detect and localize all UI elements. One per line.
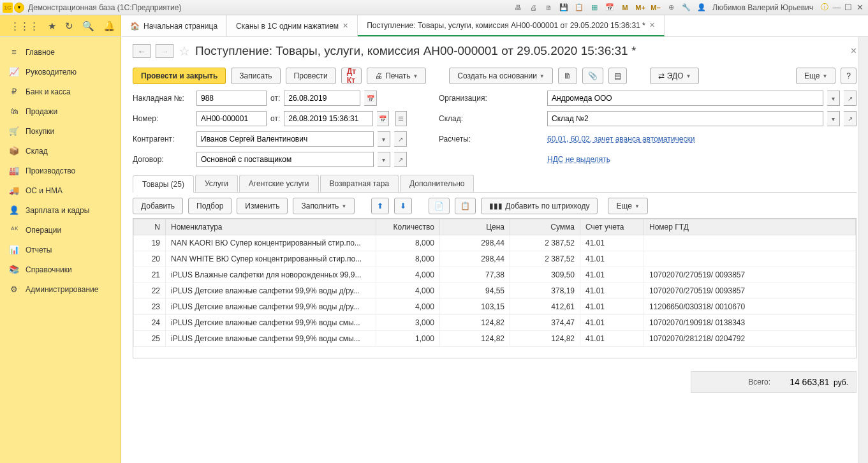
sidebar-item[interactable]: 📈Руководителю xyxy=(0,62,121,82)
table-row[interactable]: 21 iPLUS Влажные салфетки для новорожден… xyxy=(134,267,856,283)
subtab-additional[interactable]: Дополнительно xyxy=(400,175,474,192)
dropdown-icon[interactable]: ▾ xyxy=(378,152,390,167)
print-button[interactable]: 🖨 Печать ▼ xyxy=(367,68,426,84)
edit-button[interactable]: Изменить xyxy=(237,198,288,214)
vertical-scrollbar[interactable] xyxy=(858,37,868,463)
number-date-input[interactable] xyxy=(284,111,373,126)
m-plus-icon[interactable]: M+ xyxy=(635,2,646,13)
move-down-button[interactable]: ⬇ xyxy=(394,198,412,214)
apps-icon[interactable]: ⋮⋮⋮ xyxy=(10,20,39,32)
zoom-icon[interactable]: ⊕ xyxy=(665,2,677,13)
vat-link[interactable]: НДС не выделять xyxy=(547,155,610,164)
table-row[interactable]: 20 NAN WHITE BЮ Супер концентрированный … xyxy=(134,251,856,267)
org-input[interactable] xyxy=(547,91,823,106)
print-icon[interactable]: 🖶 xyxy=(512,2,524,13)
invoice-no-input[interactable] xyxy=(196,91,267,106)
search-icon[interactable]: 🔍 xyxy=(82,20,94,32)
calc-icon[interactable]: ▦ xyxy=(589,2,600,13)
col-acc[interactable]: Счет учета xyxy=(580,219,644,235)
attach-button[interactable]: 📎 xyxy=(582,68,603,84)
number-input[interactable] xyxy=(196,111,267,126)
help-button[interactable]: ? xyxy=(841,68,857,84)
warehouse-input[interactable] xyxy=(547,111,823,126)
sidebar-item[interactable]: ≡Главное xyxy=(0,42,121,62)
current-user[interactable]: Любимов Валерий Юрьевич xyxy=(712,3,813,12)
maximize-button[interactable]: ☐ xyxy=(842,3,854,12)
calendar-icon[interactable]: 📅 xyxy=(377,111,388,126)
table-row[interactable]: 22 iPLUS Детские влажные салфетки 99,9% … xyxy=(134,283,856,299)
sidebar-item[interactable]: 👤Зарплата и кадры xyxy=(0,200,121,220)
history-icon[interactable]: ↻ xyxy=(65,20,73,32)
edo-button[interactable]: ⇄ ЭДО ▼ xyxy=(650,68,700,84)
col-nom[interactable]: Номенклатура xyxy=(166,219,376,235)
sidebar-item[interactable]: 🛒Покупки xyxy=(0,121,121,141)
col-n[interactable]: N xyxy=(134,219,166,235)
open-icon[interactable]: ↗ xyxy=(844,111,857,126)
save-icon[interactable]: 💾 xyxy=(558,2,570,13)
m-icon[interactable]: M xyxy=(619,2,631,13)
close-panel-icon[interactable]: × xyxy=(851,45,857,57)
col-gtd[interactable]: Номер ГТД xyxy=(644,219,856,235)
favorite-star-icon[interactable]: ☆ xyxy=(179,43,190,59)
move-up-button[interactable]: ⬆ xyxy=(371,198,389,214)
dropdown-icon[interactable]: ▾ xyxy=(827,91,840,106)
contract-input[interactable] xyxy=(196,152,374,167)
counterparty-input[interactable] xyxy=(196,131,374,147)
tab-scan[interactable]: Сканы в 1С одним нажатием ✕ xyxy=(227,15,358,36)
table-row[interactable]: 24 iPLUS Детские влажные салфетки 99,9% … xyxy=(134,315,856,331)
invoice-date-input[interactable] xyxy=(284,91,360,106)
post-and-close-button[interactable]: Провести и закрыть xyxy=(133,68,226,84)
calendar-icon[interactable]: 📅 xyxy=(364,91,377,106)
fill-button[interactable]: Заполнить ▼ xyxy=(293,198,355,214)
col-qty[interactable]: Количество xyxy=(376,219,440,235)
subtab-goods[interactable]: Товары (25) xyxy=(133,175,194,193)
calc-link[interactable]: 60.01, 60.02, зачет аванса автоматически xyxy=(547,135,695,143)
close-icon[interactable]: ✕ xyxy=(649,21,655,29)
list-button[interactable]: ▤ xyxy=(608,68,627,84)
tab-document[interactable]: Поступление: Товары, услуги, комиссия АН… xyxy=(358,15,665,36)
m-minus-icon[interactable]: M− xyxy=(650,2,661,13)
info-icon[interactable]: ⓘ xyxy=(821,2,828,13)
more-table-button[interactable]: Еще ▼ xyxy=(608,198,647,214)
doc-icon-button[interactable]: 🗎 xyxy=(558,68,577,84)
favorite-icon[interactable]: ★ xyxy=(48,20,56,32)
more-button[interactable]: Еще ▼ xyxy=(796,68,835,84)
doc-icon[interactable]: 🗎 xyxy=(543,2,554,13)
close-icon[interactable]: ✕ xyxy=(342,22,348,30)
sidebar-item[interactable]: ᴬᴷОперации xyxy=(0,220,121,240)
tools-icon[interactable]: 🔧 xyxy=(680,2,692,13)
copy-icon[interactable]: 📋 xyxy=(573,2,585,13)
dropdown-icon[interactable]: ▾ xyxy=(378,131,390,147)
copy-button[interactable]: 📄 xyxy=(429,198,450,214)
bell-icon[interactable]: 🔔 xyxy=(103,20,115,32)
sidebar-item[interactable]: 📦Склад xyxy=(0,141,121,161)
subtab-services[interactable]: Услуги xyxy=(195,175,238,192)
sidebar-item[interactable]: 🚚ОС и НМА xyxy=(0,180,121,200)
sidebar-item[interactable]: 📊Отчеты xyxy=(0,240,121,260)
sidebar-item[interactable]: 🛍Продажи xyxy=(0,101,121,121)
close-button[interactable]: ✕ xyxy=(854,3,865,12)
create-based-button[interactable]: Создать на основании ▼ xyxy=(449,68,552,84)
barcode-button[interactable]: ▮▮▮ Добавить по штрихкоду xyxy=(481,198,598,214)
add-button[interactable]: Добавить xyxy=(133,198,183,214)
minimize-button[interactable]: — xyxy=(831,3,842,12)
nav-back-button[interactable]: ← xyxy=(133,44,151,58)
sidebar-item[interactable]: 📚Справочники xyxy=(0,260,121,279)
open-icon[interactable]: ↗ xyxy=(394,131,407,147)
pick-button[interactable]: Подбор xyxy=(188,198,232,214)
subtab-agent[interactable]: Агентские услуги xyxy=(239,175,319,192)
table-row[interactable]: 23 iPLUS Детские влажные салфетки 99,9% … xyxy=(134,299,856,315)
open-icon[interactable]: ↗ xyxy=(394,152,407,167)
calendar-icon[interactable]: 📅 xyxy=(604,2,615,13)
post-button[interactable]: Провести xyxy=(286,68,336,84)
list-icon[interactable]: ☰ xyxy=(395,111,407,126)
paste-button[interactable]: 📋 xyxy=(455,198,476,214)
goods-table-wrap[interactable]: N Номенклатура Количество Цена Сумма Сче… xyxy=(133,218,857,358)
col-price[interactable]: Цена xyxy=(440,219,510,235)
print2-icon[interactable]: 🖨 xyxy=(527,2,539,13)
subtab-returnable[interactable]: Возвратная тара xyxy=(320,175,399,192)
sidebar-item[interactable]: ₽Банк и касса xyxy=(0,82,121,101)
nav-forward-button[interactable]: → xyxy=(156,44,173,58)
table-row[interactable]: 25 iPLUS Детские влажные салфетки 99,9% … xyxy=(134,331,856,347)
sidebar-item[interactable]: 🏭Производство xyxy=(0,161,121,180)
